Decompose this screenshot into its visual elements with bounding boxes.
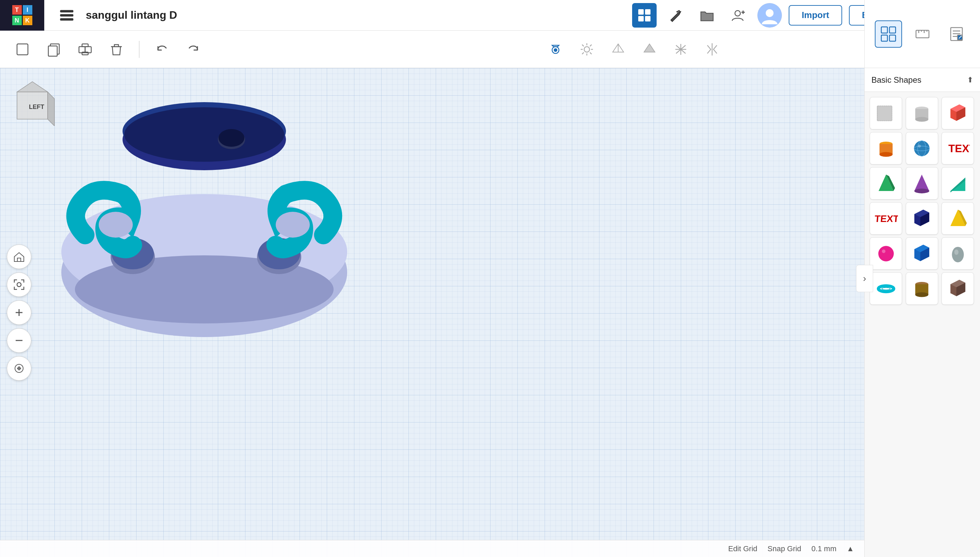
- svg-rect-2: [60, 19, 73, 20]
- shape-torus-teal[interactable]: [870, 272, 902, 305]
- svg-rect-6: [645, 16, 650, 21]
- shape-cylinder-gray[interactable]: [906, 97, 938, 129]
- svg-point-71: [914, 188, 929, 193]
- right-panel: › Basic Shapes: [864, 0, 980, 557]
- shape-box-hole[interactable]: [870, 97, 902, 129]
- folder-button[interactable]: [695, 3, 719, 28]
- panel-toggle-chevron[interactable]: ›: [856, 265, 873, 292]
- svg-point-35: [219, 129, 244, 147]
- notes-panel-button[interactable]: [943, 20, 970, 48]
- svg-point-86: [954, 249, 958, 255]
- align-button[interactable]: [668, 37, 693, 62]
- shape-box-navy[interactable]: [906, 202, 938, 235]
- svg-point-63: [914, 141, 930, 156]
- grid-panel-button[interactable]: [875, 20, 902, 48]
- svg-point-88: [882, 287, 890, 290]
- svg-rect-0: [60, 11, 73, 12]
- panel-top-icons: [865, 0, 980, 68]
- svg-rect-48: [889, 35, 895, 41]
- svg-text:TEXT: TEXT: [874, 213, 898, 224]
- svg-point-91: [915, 292, 929, 297]
- svg-point-7: [735, 11, 740, 16]
- title-area: sanggul lintang D: [44, 3, 632, 28]
- svg-rect-1: [60, 15, 73, 16]
- light-view-button[interactable]: [575, 37, 599, 62]
- svg-marker-70: [914, 174, 929, 191]
- logo-i: I: [23, 5, 33, 15]
- svg-rect-15: [82, 44, 88, 47]
- view-toolbar: [403, 31, 864, 68]
- svg-point-80: [878, 246, 894, 262]
- shape-egg-gray[interactable]: [941, 237, 974, 270]
- toolbar-separator-1: [139, 41, 140, 58]
- shape-text-red-3d[interactable]: TEXT: [870, 202, 902, 235]
- shape-pyramid-green[interactable]: [870, 167, 902, 200]
- delete-tool-button[interactable]: [104, 37, 129, 62]
- svg-rect-5: [638, 16, 644, 21]
- svg-rect-16: [82, 52, 88, 55]
- category-selector[interactable]: Basic Shapes ⬆: [865, 68, 980, 92]
- svg-rect-12: [48, 46, 57, 56]
- toolbar: [0, 31, 403, 68]
- svg-point-44: [276, 212, 310, 238]
- svg-point-62: [879, 152, 892, 156]
- svg-text:TEXT: TEXT: [948, 142, 970, 154]
- logo-k: K: [23, 16, 33, 25]
- snap-value: 0.1 mm: [811, 544, 836, 553]
- svg-rect-4: [645, 9, 650, 15]
- logo: T I N K: [0, 0, 44, 31]
- solid-view-button[interactable]: [637, 37, 662, 62]
- svg-point-81: [882, 249, 886, 253]
- hammer-button[interactable]: [663, 3, 688, 28]
- shapes-grid: TEXT TEXT: [865, 92, 980, 557]
- snap-grid-label: Snap Grid: [767, 544, 801, 553]
- shape-box-brown[interactable]: [941, 272, 974, 305]
- select-tool-button[interactable]: [10, 37, 35, 62]
- shape-cylinder-orange[interactable]: [870, 132, 902, 164]
- svg-point-9: [766, 9, 774, 17]
- svg-rect-3: [638, 9, 644, 15]
- add-user-button[interactable]: [726, 3, 751, 28]
- shape-text-3d[interactable]: TEXT: [941, 132, 974, 164]
- edit-grid-button[interactable]: Edit Grid: [728, 544, 757, 553]
- svg-point-56: [915, 117, 929, 122]
- user-avatar-button[interactable]: [757, 3, 782, 28]
- svg-point-43: [99, 212, 133, 238]
- svg-rect-45: [881, 27, 887, 33]
- category-label: Basic Shapes: [871, 75, 964, 85]
- shape-wedge-teal[interactable]: [941, 167, 974, 200]
- camera-view-button[interactable]: [543, 37, 568, 62]
- import-button[interactable]: Import: [789, 5, 842, 26]
- shape-sphere-blue[interactable]: [906, 132, 938, 164]
- status-bar: Edit Grid Snap Grid 0.1 mm ▲: [0, 540, 864, 557]
- svg-point-87: [878, 286, 894, 292]
- svg-rect-10: [17, 44, 28, 55]
- shape-cone-purple[interactable]: [906, 167, 938, 200]
- svg-rect-52: [877, 106, 892, 121]
- logo-t: T: [12, 5, 22, 15]
- shape-sphere-pink[interactable]: [870, 237, 902, 270]
- svg-point-33: [124, 107, 284, 162]
- category-dropdown-icon[interactable]: ⬆: [967, 76, 973, 85]
- shape-cylinder-brown[interactable]: [906, 272, 938, 305]
- svg-rect-46: [889, 27, 895, 33]
- wireframe-button[interactable]: [606, 37, 631, 62]
- snap-dropdown-icon[interactable]: ▲: [847, 544, 854, 553]
- shape-box-red[interactable]: [941, 97, 974, 129]
- undo-button[interactable]: [150, 37, 174, 62]
- mirror-button[interactable]: [700, 37, 724, 62]
- ruler-panel-button[interactable]: [909, 20, 936, 48]
- shape-box-blue2[interactable]: [906, 237, 938, 270]
- svg-point-19: [584, 47, 590, 52]
- redo-button[interactable]: [181, 37, 206, 62]
- project-title: sanggul lintang D: [86, 9, 177, 21]
- shape-pyramid-yellow[interactable]: [941, 202, 974, 235]
- svg-point-85: [952, 246, 964, 262]
- canvas[interactable]: LEFT: [0, 68, 864, 557]
- copy-tool-button[interactable]: [42, 37, 66, 62]
- grid-view-button[interactable]: [632, 3, 657, 28]
- svg-point-18: [554, 49, 557, 51]
- hamburger-menu-button[interactable]: [54, 3, 79, 28]
- group-tool-button[interactable]: [73, 37, 98, 62]
- svg-rect-47: [881, 35, 887, 41]
